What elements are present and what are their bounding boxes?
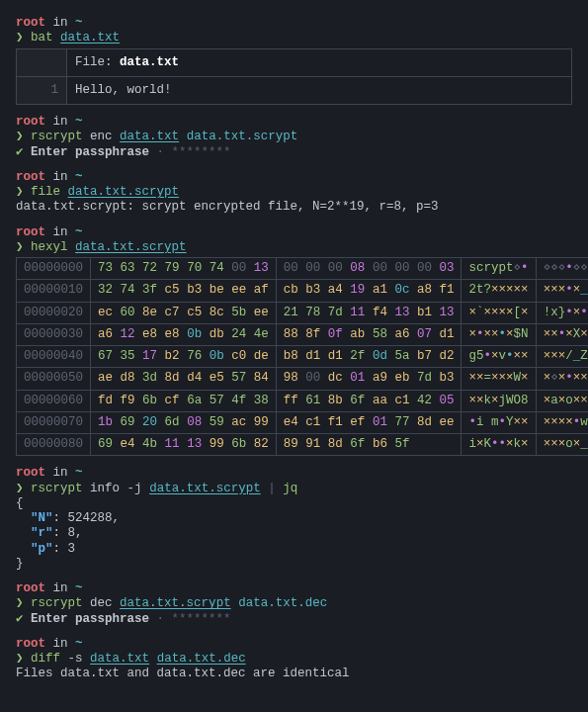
- block-bat: root in ~ ❯ bat data.txt File: data.txt …: [16, 16, 572, 105]
- hex-ascii-left: 2t?×××××: [462, 280, 536, 302]
- hex-bytes-left: ae d8 3d 8d d4 e5 57 84: [91, 368, 277, 390]
- file-output: data.txt.scrypt: scrypt encrypted file, …: [16, 200, 572, 215]
- jq-row: "p": 3: [16, 542, 572, 557]
- jq-open: {: [16, 496, 572, 511]
- hex-bytes-left: a6 12 e8 e8 0b db 24 4e: [91, 323, 277, 345]
- prompt-dir: ~: [75, 16, 83, 30]
- hex-bytes-right: ff 61 8b 6f aa c1 42 05: [276, 390, 462, 411]
- hex-offset: 00000060: [17, 390, 91, 411]
- hex-ascii-left: ×`××××[×: [462, 302, 536, 323]
- jq-row: "N": 524288,: [16, 511, 572, 526]
- terminal[interactable]: root in ~ ❯ bat data.txt File: data.txt …: [0, 0, 588, 700]
- hex-ascii-right: ×a×o××B•: [536, 390, 588, 411]
- command-line[interactable]: ❯ rscrypt dec data.txt.scrypt data.txt.d…: [16, 596, 572, 611]
- hex-bytes-right: cb b3 a4 19 a1 0c a8 f1: [276, 280, 462, 302]
- hex-bytes-left: 32 74 3f c5 b3 be ee af: [91, 280, 277, 302]
- hex-row: 00000060fd f9 6b cf 6a 57 4f 38ff 61 8b …: [17, 390, 589, 411]
- bat-file-header: File: data.txt: [67, 48, 572, 76]
- block-hexyl: root in ~ ❯ hexyl data.txt.scrypt 000000…: [16, 225, 572, 457]
- hex-row: 0000008069 e4 4b 11 13 99 6b 8289 91 8d …: [17, 434, 589, 456]
- hex-row: 00000030a6 12 e8 e8 0b db 24 4e88 8f 0f …: [17, 323, 589, 345]
- hex-ascii-left: i×K••×k×: [462, 434, 536, 456]
- hex-bytes-right: 21 78 7d 11 f4 13 b1 13: [276, 302, 462, 323]
- block-info: root in ~ ❯ rscrypt info -j data.txt.scr…: [16, 466, 572, 572]
- hex-ascii-left: ××=×××W×: [462, 368, 536, 390]
- passphrase-prompt[interactable]: ✔ Enter passphrase · ********: [16, 145, 572, 160]
- hex-ascii-right: ××•×X×•×: [536, 323, 588, 345]
- hex-bytes-left: ec 60 8e c7 c5 8c 5b ee: [91, 302, 277, 323]
- passphrase-prompt[interactable]: ✔ Enter passphrase · ********: [16, 612, 572, 627]
- hex-ascii-left: g5•×v•××: [462, 346, 536, 368]
- jq-row: "r": 8,: [16, 526, 572, 541]
- hex-ascii-right: ×⋄×•××}×: [536, 368, 588, 390]
- hex-row: 0000004067 35 17 b2 76 0b c0 deb8 d1 d1 …: [17, 346, 589, 368]
- bat-gutter-blank: [17, 48, 67, 76]
- hex-bytes-right: b8 d1 d1 2f 0d 5a b7 d2: [276, 346, 462, 368]
- cmd-bat: bat: [31, 31, 53, 44]
- jq-close: }: [16, 557, 572, 572]
- hex-row: 0000000073 63 72 79 70 74 00 1300 00 00 …: [17, 258, 589, 280]
- hex-offset: 00000010: [17, 280, 91, 302]
- hex-row: 00000020ec 60 8e c7 c5 8c 5b ee21 78 7d …: [17, 302, 589, 323]
- arg-file: data.txt: [60, 31, 120, 44]
- hex-ascii-right: ⋄⋄⋄•⋄⋄⋄•: [536, 258, 588, 280]
- hex-bytes-left: 1b 69 20 6d 08 59 ac 99: [91, 411, 277, 433]
- hex-offset: 00000020: [17, 302, 91, 323]
- diff-output: Files data.txt and data.txt.dec are iden…: [16, 667, 572, 681]
- command-line[interactable]: ❯ bat data.txt: [16, 31, 572, 45]
- hex-bytes-left: 73 63 72 79 70 74 00 13: [91, 258, 277, 280]
- hex-offset: 00000040: [17, 346, 91, 368]
- hex-ascii-right: ××××•w××: [536, 411, 588, 433]
- hex-ascii-right: ×××•×_××: [536, 280, 588, 302]
- hex-bytes-right: 88 8f 0f ab 58 a6 07 d1: [276, 323, 462, 345]
- command-line[interactable]: ❯ diff -s data.txt data.txt.dec: [16, 652, 572, 667]
- block-dec: root in ~ ❯ rscrypt dec data.txt.scrypt …: [16, 581, 572, 627]
- prompt-line: root in ~: [16, 115, 572, 130]
- hex-offset: 00000030: [17, 323, 91, 345]
- hex-offset: 00000080: [17, 434, 91, 456]
- hex-ascii-right: !x}•×•×•: [536, 302, 588, 323]
- hex-bytes-left: 67 35 17 b2 76 0b c0 de: [91, 346, 277, 368]
- bat-line-number: 1: [17, 76, 67, 104]
- hex-ascii-right: ×××/_Z××: [536, 346, 588, 368]
- passphrase-mask: ********: [172, 145, 231, 159]
- hex-offset: 00000000: [17, 258, 91, 280]
- hex-bytes-right: 89 91 8d 6f b6 5f: [276, 434, 462, 456]
- hex-offset: 00000050: [17, 368, 91, 390]
- block-enc: root in ~ ❯ rscrypt enc data.txt data.tx…: [16, 115, 572, 160]
- hex-ascii-left: ×•××•×$N: [462, 323, 536, 345]
- hex-row: 000000701b 69 20 6d 08 59 ac 99e4 c1 f1 …: [17, 411, 589, 433]
- prompt-line: root in ~: [16, 16, 572, 31]
- hex-ascii-left: ××k×jWO8: [462, 390, 536, 411]
- hex-ascii-left: •i m•Y××: [462, 411, 536, 433]
- block-file: root in ~ ❯ file data.txt.scrypt data.tx…: [16, 170, 572, 216]
- prompt-user: root: [16, 16, 45, 30]
- hex-bytes-right: 00 00 00 08 00 00 00 03: [276, 258, 462, 280]
- bat-output: File: data.txt 1 Hello, world!: [16, 48, 572, 106]
- bat-line-content: Hello, world!: [67, 76, 572, 104]
- hexyl-output: 0000000073 63 72 79 70 74 00 1300 00 00 …: [16, 257, 588, 456]
- hex-bytes-right: 98 00 dc 01 a9 eb 7d b3: [276, 368, 462, 390]
- hex-ascii-right: ×××o×_: [536, 434, 588, 456]
- command-line[interactable]: ❯ hexyl data.txt.scrypt: [16, 240, 572, 255]
- hex-bytes-left: fd f9 6b cf 6a 57 4f 38: [91, 390, 277, 411]
- hex-ascii-left: scrypt⋄•: [462, 258, 536, 280]
- hex-bytes-right: e4 c1 f1 ef 01 77 8d ee: [276, 411, 462, 433]
- command-line[interactable]: ❯ rscrypt enc data.txt data.txt.scrypt: [16, 130, 572, 144]
- hex-bytes-left: 69 e4 4b 11 13 99 6b 82: [91, 434, 277, 456]
- hex-row: 0000001032 74 3f c5 b3 be ee afcb b3 a4 …: [17, 280, 589, 302]
- command-line[interactable]: ❯ rscrypt info -j data.txt.scrypt | jq: [16, 482, 572, 496]
- hex-row: 00000050ae d8 3d 8d d4 e5 57 8498 00 dc …: [17, 368, 589, 390]
- command-line[interactable]: ❯ file data.txt.scrypt: [16, 185, 572, 200]
- block-diff: root in ~ ❯ diff -s data.txt data.txt.de…: [16, 637, 572, 682]
- hex-offset: 00000070: [17, 411, 91, 433]
